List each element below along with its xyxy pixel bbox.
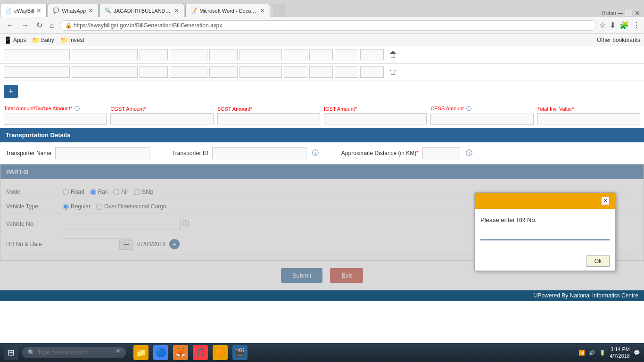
close-btn[interactable]: ✕ <box>635 9 640 17</box>
transporter-id-field: Transporter ID 06AAAGM0289C1ZN ⓘ <box>172 147 319 159</box>
transporter-name-input[interactable]: Ministry of Railways <box>55 147 149 159</box>
taxable-info-icon[interactable]: ⓘ <box>74 106 80 111</box>
maximize-btn[interactable]: ⬜ <box>625 9 633 17</box>
total-inv-input[interactable]: 95252.71 <box>537 113 640 124</box>
back-button[interactable]: ← <box>4 20 16 31</box>
transport-row: Transporter Name Ministry of Railways Tr… <box>0 142 644 164</box>
item-cess-1[interactable]: 0 <box>360 49 384 60</box>
taskbar-firefox-icon[interactable]: 🦊 <box>173 345 188 360</box>
tab-jagadhri[interactable]: 🔍 JAGADHRI BULLANDHS... ✕ <box>99 4 184 17</box>
item-igst-2[interactable]: 12 <box>335 66 358 78</box>
jagadhri-tab-close[interactable]: ✕ <box>174 8 179 14</box>
taxable-amount-input[interactable]: 85047.06 <box>4 114 107 125</box>
cess-info-icon[interactable]: ⓘ <box>466 106 471 111</box>
bookmark-invest[interactable]: 📁 Invest <box>60 36 84 44</box>
dialog-title-bar: ✕ <box>475 193 615 209</box>
home-button[interactable]: ⌂ <box>48 20 57 31</box>
chrome-menu-icon[interactable]: ⋮ <box>633 21 640 30</box>
cess-amount-input[interactable]: 0.00 <box>430 114 533 125</box>
approx-distance-input[interactable]: 230 <box>422 147 460 159</box>
ewaybill-tab-icon: 📄 <box>5 8 12 14</box>
taskbar-vlc-icon[interactable]: 🔶 <box>213 345 228 360</box>
dialog-box: ✕ Please enter RR No. Ok <box>474 192 616 271</box>
forward-button[interactable]: → <box>19 20 31 31</box>
msword-tab-title: Microsoft Word - Docum... <box>199 8 257 14</box>
taskbar-battery-icon: 🔋 <box>599 350 606 356</box>
page-footer: ©Powered By National Informatics Centre <box>0 290 644 301</box>
minimize-btn[interactable]: ─ <box>618 9 623 17</box>
item-hsn-1[interactable]: 7323 <box>140 49 168 60</box>
taskbar-search-box[interactable]: 🔍 🎤 <box>22 347 126 358</box>
extensions-icon[interactable]: 🧩 <box>619 21 629 30</box>
msword-tab-close[interactable]: ✕ <box>260 8 265 14</box>
transporter-id-label: Transporter ID <box>172 150 208 156</box>
transporter-id-input[interactable]: 06AAAGM0289C1ZN <box>212 147 306 159</box>
whatsapp-tab-title: WhatsApp <box>62 8 86 14</box>
item-unit-1[interactable]: KGS <box>209 49 238 60</box>
tab-whatsapp[interactable]: 💬 WhatsApp ✕ <box>48 4 99 17</box>
delete-row-1[interactable]: 🗑 <box>389 50 397 59</box>
cgst-amount-input[interactable]: 0.00 <box>110 113 213 124</box>
taxable-amount-label: Total Amount/Tax'ble Amount* ⓘ <box>4 105 107 112</box>
dialog-message: Please enter RR No. <box>480 216 610 223</box>
tab-msword[interactable]: 📝 Microsoft Word - Docum... ✕ <box>185 4 270 17</box>
item-name-2[interactable]: Aluminium Utensils <box>4 66 70 78</box>
add-row-button[interactable]: + <box>4 85 18 98</box>
ewaybell-tab-close[interactable]: ✕ <box>36 8 41 14</box>
taskbar-notification-icon[interactable]: 💬 <box>634 350 640 356</box>
footer-text: ©Powered By National Informatics Centre <box>534 292 638 299</box>
item-desc-2[interactable]: Aluminium Utensils <box>72 66 138 78</box>
item-qty-2[interactable]: 416.090 <box>170 66 207 78</box>
url-bar[interactable]: 🔒 https://ewaybillgst.gov.in/BillGenerat… <box>60 20 596 31</box>
taskbar-app6-icon[interactable]: 🎬 <box>232 345 248 360</box>
delete-row-2[interactable]: 🗑 <box>389 68 397 76</box>
invest-folder-icon: 📁 <box>60 36 68 44</box>
item-qty-1[interactable]: 133.640 <box>170 49 207 60</box>
taskbar-search-input[interactable] <box>38 349 109 356</box>
item-sgst-1[interactable]: 0 <box>309 49 333 60</box>
item-hsn-2[interactable]: 7615 <box>140 66 168 78</box>
taskbar-mic-icon: 🎤 <box>112 349 120 356</box>
url-icon: 🔒 <box>65 22 72 29</box>
dialog-ok-button[interactable]: Ok <box>586 255 610 267</box>
tab-bar: 📄 eWayBill ✕ 💬 WhatsApp ✕ 🔍 JAGADHRI BUL… <box>0 0 644 17</box>
approx-distance-field: Approximate Distance (in KM)* 230 ⓘ <box>341 147 472 159</box>
tab-ewaybill[interactable]: 📄 eWayBill ✕ <box>0 4 47 17</box>
sgst-amount-input[interactable]: 0.00 <box>217 113 320 124</box>
item-value-2[interactable]: 67406.58 <box>239 66 282 78</box>
taskbar-chrome-icon[interactable]: 🔵 <box>153 345 168 360</box>
approx-distance-info-icon[interactable]: ⓘ <box>466 149 472 157</box>
totals-section: Total Amount/Tax'ble Amount* ⓘ 85047.06 … <box>0 102 644 128</box>
item-cgst-1[interactable]: 0 <box>284 49 307 60</box>
item-desc-1[interactable]: SS Utensils <box>72 49 138 60</box>
item-sgst-2[interactable]: 0 <box>309 66 333 78</box>
whatsapp-tab-close[interactable]: ✕ <box>88 8 93 14</box>
taskbar-explorer-icon[interactable]: 📁 <box>133 345 149 360</box>
igst-amount-input[interactable]: 10205.65 <box>324 113 427 124</box>
item-cgst-2[interactable]: 0 <box>284 66 307 78</box>
taxable-amount-field: Total Amount/Tax'ble Amount* ⓘ 85047.06 <box>4 105 107 125</box>
taskbar-volume-icon: 🔊 <box>589 350 595 356</box>
new-tab-placeholder[interactable] <box>273 4 286 17</box>
dialog-close-button[interactable]: ✕ <box>601 197 610 205</box>
bookmark-apps[interactable]: 📱 Apps <box>4 36 26 44</box>
item-igst-1[interactable]: 12 <box>335 49 358 60</box>
bookmark-baby[interactable]: 📁 Baby <box>32 36 54 44</box>
taskbar-itunes-icon[interactable]: 🎵 <box>193 345 208 360</box>
jagadhri-tab-icon: 🔍 <box>105 8 111 14</box>
page-content: SS Utensils SS Utensils 7323 133.640 KGS… <box>0 46 644 343</box>
bookmark-star-icon[interactable]: ☆ <box>599 21 606 30</box>
download-icon[interactable]: ⬇ <box>610 21 616 30</box>
other-bookmarks[interactable]: Other bookmarks <box>597 37 640 43</box>
reload-button[interactable]: ↻ <box>34 20 45 31</box>
item-name-1[interactable]: SS Utensils <box>4 49 70 60</box>
whatsapp-tab-icon: 💬 <box>53 8 59 14</box>
baby-folder-icon: 📁 <box>32 36 40 44</box>
table-row: SS Utensils SS Utensils 7323 133.640 KGS… <box>0 46 644 64</box>
taskbar-clock[interactable]: 3:14 PM 4/7/2018 <box>610 346 630 360</box>
start-button[interactable]: ⊞ <box>4 346 18 360</box>
transporter-id-info-icon[interactable]: ⓘ <box>312 149 319 157</box>
item-cess-2[interactable]: 0 <box>360 66 384 78</box>
item-value-1[interactable]: 17640.48 <box>239 49 282 60</box>
item-unit-2[interactable]: KGS <box>209 66 238 78</box>
